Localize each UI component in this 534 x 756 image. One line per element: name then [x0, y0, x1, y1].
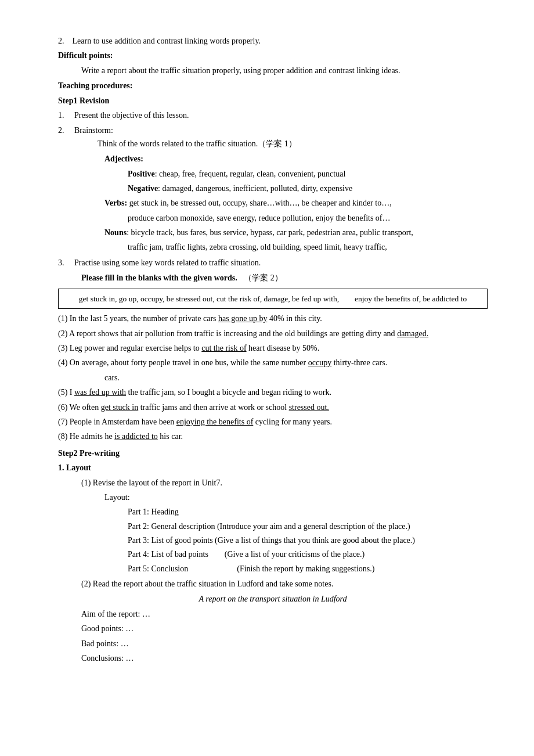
layout-part2: Part 2: General description (Introduce y…: [128, 520, 488, 533]
sentence-5: (5) I was fed up with the traffic jam, s…: [58, 386, 488, 399]
step1-item3-row: 3. Practise using some key words related…: [58, 257, 488, 269]
item2-label: Brainstorm:: [74, 126, 113, 135]
negative-label: Negative: [128, 184, 158, 193]
layout-2: (2) Read the report about the traffic si…: [81, 578, 488, 591]
s5-pre: (5) I: [58, 388, 74, 397]
step1-label: Step1 Revision: [58, 95, 488, 107]
verbs-text: get stuck in, be stressed out, occupy, s…: [127, 199, 392, 207]
s8-underline: is addicted to: [114, 432, 158, 441]
verbs-line2: produce carbon monoxide, save energy, re…: [128, 212, 488, 225]
sentence-1: (1) In the last 5 years, the number of p…: [58, 312, 488, 325]
s8-pre: (8) He admits he: [58, 432, 114, 441]
item1-text: Present the objective of this lesson.: [74, 109, 488, 122]
fill-instruction: Please fill in the blanks with the given…: [81, 272, 488, 285]
verbs-label: Verbs:: [104, 199, 127, 207]
sentence-4-cont: cars.: [104, 372, 488, 384]
difficult-points-label: Difficult points:: [58, 49, 488, 62]
positive-label: Positive: [128, 170, 155, 178]
bad-points-label: Bad points: …: [81, 638, 488, 650]
aim-label: Aim of the report: …: [81, 608, 488, 621]
sentence-6: (6) We often get stuck in traffic jams a…: [58, 401, 488, 414]
s3-pre: (3) Leg power and regular exercise helps…: [58, 344, 201, 352]
good-points-label: Good points: …: [81, 622, 488, 635]
nouns-line2: traffic jam, traffic lights, zebra cross…: [128, 241, 488, 254]
s5-post: the traffic jam, so I bought a bicycle a…: [126, 388, 331, 397]
conclusions-label: Conclusions: …: [81, 652, 488, 665]
layout-1: (1) Revise the layout of the report in U…: [81, 477, 488, 489]
sentence-2: (2) A report shows that air pollution fr…: [58, 327, 488, 340]
layout-sub: Layout:: [104, 491, 488, 504]
s4-pre: (4) On average, about forty people trave…: [58, 358, 308, 367]
sentence-4: (4) On average, about forty people trave…: [58, 357, 488, 369]
s6-pre: (6) We often: [58, 403, 101, 412]
s6-underline2: stressed out.: [289, 403, 329, 412]
sentence-7: (7) People in Amsterdam have been enjoyi…: [58, 416, 488, 429]
s3-end: heart disease by 50%.: [247, 344, 320, 352]
sentence-3: (3) Leg power and regular exercise helps…: [58, 342, 488, 355]
s2-underline: damaged.: [397, 329, 428, 338]
nouns-line1: Nouns: bicycle track, bus fares, bus ser…: [104, 226, 488, 239]
s8-post: his car.: [158, 432, 183, 441]
teaching-procedures-label: Teaching procedures:: [58, 80, 488, 92]
positive-text: : cheap, free, frequent, regular, clean,…: [155, 170, 346, 178]
adjectives-label: Adjectives:: [104, 153, 488, 165]
positive-line: Positive: cheap, free, frequent, regular…: [128, 168, 488, 181]
difficult-points-text: Write a report about the traffic situati…: [81, 64, 488, 77]
step1-item2-row: 2. Brainstorm: Think of the words relate…: [58, 124, 488, 150]
report-title: A report on the transport situation in L…: [58, 593, 488, 606]
s5-underline: was fed up with: [74, 388, 126, 397]
layout-part1: Part 1: Heading: [128, 506, 488, 519]
layout-part5: Part 5: Conclusion (Finish the report by…: [128, 563, 488, 575]
negative-text: : damaged, dangerous, inefficient, pollu…: [158, 184, 352, 193]
s1-underline: has gone up by: [218, 314, 267, 323]
layout-main-label: 1. Layout: [58, 462, 488, 474]
negative-line: Negative: damaged, dangerous, inefficien…: [128, 182, 488, 195]
layout-part4: Part 4: List of bad points (Give a list …: [128, 548, 488, 561]
step2-label: Step2 Pre-writing: [58, 447, 488, 460]
s7-pre: (7) People in Amsterdam have been: [58, 417, 176, 426]
s4-end: thirty-three cars.: [331, 358, 387, 367]
item2-learn: 2. Learn to use addition and contrast li…: [58, 35, 488, 48]
s4-underline: occupy: [308, 358, 331, 367]
layout-part3: Part 3: List of good points (Give a list…: [128, 534, 488, 547]
item3-text: Practise using some key words related to…: [74, 257, 488, 269]
item1-num: 1.: [58, 109, 74, 122]
nouns-text: : bicycle track, bus fares, bus service,…: [127, 228, 413, 237]
item2-num: 2.: [58, 124, 74, 150]
item2-text: Think of the words related to the traffi…: [98, 138, 297, 150]
s6-underline: get stuck in: [101, 403, 139, 412]
word-box: get stuck in, go up, occupy, be stressed…: [58, 289, 488, 309]
s7-post: cycling for many years.: [253, 417, 332, 426]
s1-end: 40% in this city.: [267, 314, 322, 323]
item3-num: 3.: [58, 257, 74, 269]
adjectives-colon: :: [140, 154, 143, 163]
fill-label-case: （学案 2）: [244, 273, 283, 282]
s1-pre: (1) In the last 5 years, the number of p…: [58, 314, 218, 323]
fill-label: Please fill in the blanks with the given…: [81, 273, 237, 282]
sentence-8: (8) He admits he is addicted to his car.: [58, 430, 488, 443]
s6-post: traffic jams and then arrive at work or …: [138, 403, 288, 412]
step1-item1-row: 1. Present the objective of this lesson.: [58, 109, 488, 122]
item2-content: Brainstorm: Think of the words related t…: [74, 124, 488, 150]
box-text: get stuck in, go up, occupy, be stressed…: [79, 294, 467, 303]
s3-underline: cut the risk of: [201, 344, 246, 352]
verbs-line1: Verbs: get stuck in, be stressed out, oc…: [104, 197, 488, 210]
nouns-label: Nouns: [104, 228, 127, 237]
s2-pre: (2) A report shows that air pollution fr…: [58, 329, 397, 338]
s7-underline: enjoying the benefits of: [176, 417, 254, 426]
